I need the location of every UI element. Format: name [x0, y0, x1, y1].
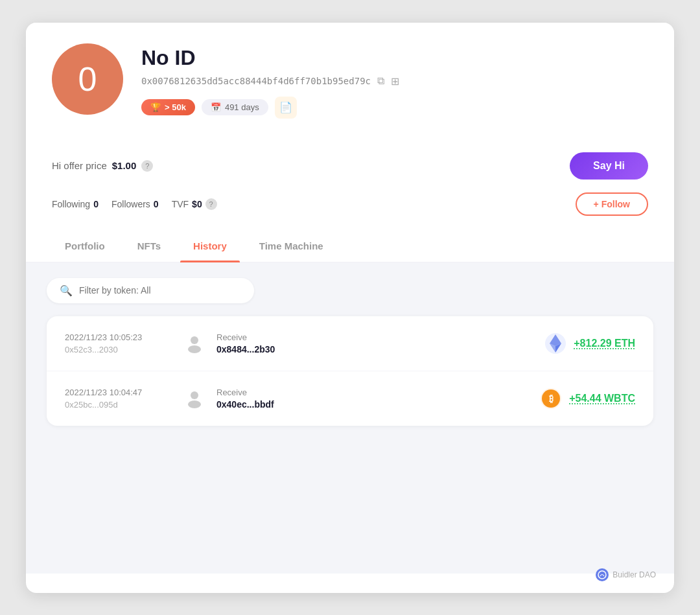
table-row: 2022/11/23 10:04:47 0x25bc...095d Receiv… [47, 371, 653, 426]
doc-icon: 📄 [279, 101, 292, 113]
tx-details-1: Receive 0x8484...2b30 [216, 332, 275, 354]
avatar-letter: 0 [78, 60, 97, 99]
follow-row: Following 0 Followers 0 TVF $0 ? + Follo… [52, 192, 648, 216]
tx-date-1: 2022/11/23 10:05:23 [65, 332, 181, 342]
tx-left-1: 2022/11/23 10:05:23 0x52c3...2030 [65, 332, 181, 354]
profile-info: No ID 0x0076812635dd5acc88444bf4d6ff70b1… [141, 43, 648, 119]
badges-row: 🏆 > 50k 📅 491 days 📄 [141, 97, 648, 119]
profile-card: 0 No ID 0x0076812635dd5acc88444bf4d6ff70… [26, 23, 674, 593]
brand-logo [596, 568, 609, 581]
content-area: 🔍 2022/11/23 10:05:23 0x52c3...2030 [26, 262, 674, 574]
tx-hash-1: 0x52c3...2030 [65, 345, 181, 354]
eth-token-icon-1 [545, 333, 566, 354]
tx-details-2: Receive 0x40ec...bbdf [216, 388, 274, 410]
rank-badge: 🏆 > 50k [141, 99, 195, 115]
tvf-label: TVF [172, 199, 189, 209]
svg-point-6 [188, 400, 201, 408]
copy-icon[interactable]: ⧉ [377, 75, 384, 87]
tx-type-2: Receive [216, 388, 274, 397]
follow-stats: Following 0 Followers 0 TVF $0 ? [52, 198, 217, 210]
following-count: 0 [93, 199, 99, 209]
tab-time-machine[interactable]: Time Machine [246, 229, 336, 262]
svg-point-0 [191, 336, 198, 344]
tx-hash-2: 0x25bc...095d [65, 400, 181, 410]
days-badge: 📅 491 days [202, 99, 268, 115]
profile-header: 0 No ID 0x0076812635dd5acc88444bf4d6ff70… [26, 23, 674, 137]
hi-offer-price: $1.00 [112, 160, 137, 171]
tx-right-1: +812.29 ETH [545, 333, 635, 354]
hi-offer-help-icon[interactable]: ? [141, 160, 153, 172]
tx-amount-2: +54.44 WBTC [569, 393, 635, 404]
tx-middle-1: Receive 0x8484...2b30 [181, 331, 545, 356]
filter-input[interactable] [79, 285, 241, 296]
avatar: 0 [52, 43, 123, 115]
transactions-list: 2022/11/23 10:05:23 0x52c3...2030 Receiv… [47, 316, 653, 426]
follow-button[interactable]: + Follow [576, 192, 648, 216]
tab-history[interactable]: History [180, 229, 240, 262]
rank-value: > 50k [165, 102, 186, 112]
days-value: 491 days [225, 102, 259, 112]
filter-bar: 🔍 [47, 278, 653, 303]
followers-count: 0 [154, 199, 159, 209]
search-icon: 🔍 [60, 284, 73, 297]
followers-stat: Followers 0 [111, 199, 159, 209]
footer-branding: Buidler DAO [596, 568, 656, 581]
tx-right-2: ₿ +54.44 WBTC [541, 388, 635, 409]
hi-offer-row: Hi offer price $1.00 ? Say Hi [52, 152, 648, 180]
following-label: Following [52, 199, 90, 209]
tx-left-2: 2022/11/23 10:04:47 0x25bc...095d [65, 388, 181, 410]
profile-name: No ID [141, 46, 648, 70]
svg-point-1 [188, 345, 201, 353]
tvf-help-icon[interactable]: ? [205, 198, 217, 210]
tx-address-2[interactable]: 0x40ec...bbdf [216, 399, 274, 410]
hi-offer-label: Hi offer price [52, 160, 107, 171]
wbtc-token-icon-2: ₿ [541, 388, 561, 409]
tab-nfts[interactable]: NFTs [124, 229, 174, 262]
tvf-stat: TVF $0 ? [172, 198, 217, 210]
calendar-icon: 📅 [211, 102, 221, 112]
tx-type-1: Receive [216, 332, 275, 342]
tx-middle-2: Receive 0x40ec...bbdf [181, 386, 541, 412]
tx-amount-1: +812.29 ETH [574, 338, 635, 349]
tx-person-icon-1 [181, 331, 207, 356]
address-row: 0x0076812635dd5acc88444bf4d6ff70b1b95ed7… [141, 75, 648, 87]
svg-text:₿: ₿ [549, 393, 554, 404]
trophy-icon: 🏆 [150, 102, 161, 112]
tab-portfolio[interactable]: Portfolio [52, 229, 118, 262]
tx-person-icon-2 [181, 386, 207, 412]
following-stat: Following 0 [52, 199, 99, 209]
tx-address-1[interactable]: 0x8484...2b30 [216, 344, 275, 354]
brand-label: Buidler DAO [612, 570, 656, 579]
table-row: 2022/11/23 10:05:23 0x52c3...2030 Receiv… [47, 316, 653, 371]
qr-icon[interactable]: ⊞ [391, 75, 399, 87]
tvf-value: $0 [192, 199, 202, 209]
tx-date-2: 2022/11/23 10:04:47 [65, 388, 181, 397]
hi-offer-left: Hi offer price $1.00 ? [52, 160, 153, 172]
doc-badge[interactable]: 📄 [275, 97, 297, 119]
wallet-address: 0x0076812635dd5acc88444bf4d6ff70b1b95ed7… [141, 76, 371, 86]
filter-input-wrap: 🔍 [47, 278, 254, 303]
svg-point-5 [191, 391, 198, 399]
stats-section: Hi offer price $1.00 ? Say Hi Following … [26, 137, 674, 229]
followers-label: Followers [111, 199, 150, 209]
say-hi-button[interactable]: Say Hi [570, 152, 648, 180]
tabs-section: Portfolio NFTs History Time Machine [26, 229, 674, 262]
